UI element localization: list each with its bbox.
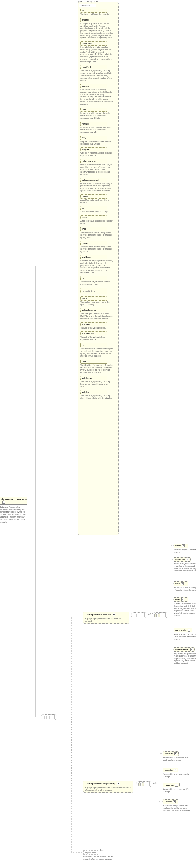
connector-lines [0, 0, 196, 868]
